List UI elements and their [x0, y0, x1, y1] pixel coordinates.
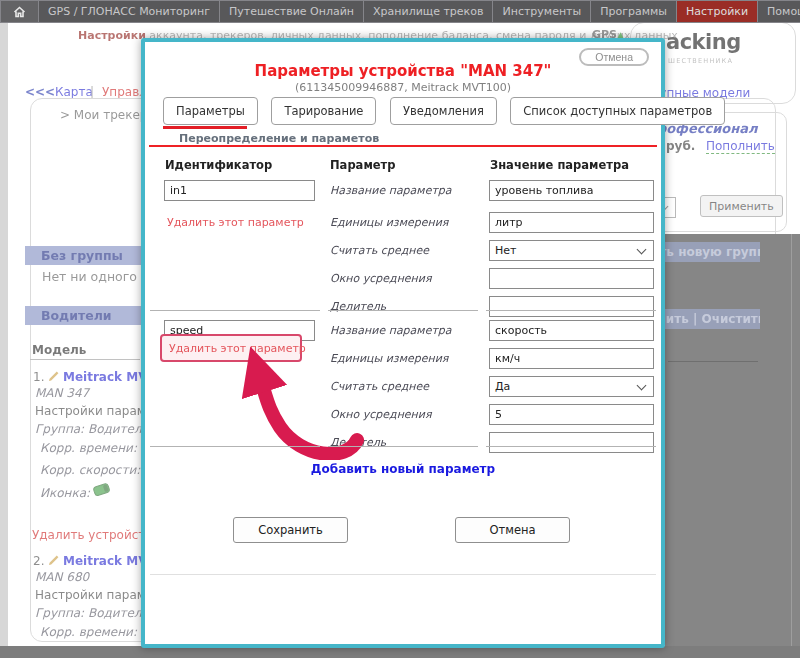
modal-subtitle: (611345009946887, Meitrack MVT100) [145, 81, 661, 94]
param1-window-label: Окно усреднения [330, 272, 432, 285]
device1-group: Группа: Водители [35, 422, 149, 436]
param2-divider-label: Делитель [330, 436, 386, 449]
tab-calibration[interactable]: Тарирование [271, 97, 376, 125]
model-divider [30, 359, 140, 360]
chevron-down-icon [637, 381, 647, 391]
apply-button[interactable]: Применить [700, 195, 783, 217]
param1-name-label: Название параметра [330, 184, 452, 197]
param2-avg-select[interactable]: Да [489, 376, 654, 397]
group-divider [150, 446, 320, 447]
overlay-gray-zone [665, 234, 800, 646]
device2-time-corr: Корр. времени: 3 [40, 625, 148, 639]
nav-item-travel-online[interactable]: Путешествие Онлайн [220, 0, 364, 23]
column-header-value: Значение параметра [490, 158, 629, 172]
param2-avg-label: Считать среднее [330, 380, 429, 393]
device2-group: Группа: Водители [35, 606, 149, 620]
nav-item-settings[interactable]: Настройки [677, 0, 758, 23]
device-params-modal: Отмена Параметры устройства "MAN 347" (6… [141, 38, 665, 648]
tab-notifications[interactable]: Уведомления [390, 97, 497, 125]
tab-parameters[interactable]: Параметры [163, 97, 258, 125]
device1-icon-label: Иконка: [40, 486, 90, 500]
param2-delete-link[interactable]: Удалить этот параметр [169, 342, 306, 355]
subheader-prefix: Настройки [78, 29, 146, 42]
group-divider [150, 310, 320, 311]
zone-divider [668, 361, 758, 362]
param1-units-label: Единицы измерения [330, 216, 449, 229]
modal-tabs: Параметры Тарирование Уведомления Список… [163, 97, 735, 125]
model-column-header: Модель [32, 343, 86, 357]
param1-id-input[interactable] [164, 180, 315, 201]
currency-label: руб. [666, 139, 695, 153]
device1-name: MAN 347 [35, 386, 89, 400]
param2-units-label: Единицы измерения [330, 352, 449, 365]
param1-avg-label: Считать среднее [330, 244, 429, 257]
column-header-param: Параметр [330, 158, 395, 172]
param1-delete-link[interactable]: Удалить этот параметр [167, 216, 304, 229]
section-red-divider [149, 145, 657, 147]
chevron-down-icon [637, 245, 647, 255]
section-title: Переопределение и параметов [179, 132, 379, 145]
breadcrumb-separator: | [90, 85, 94, 99]
map-tab-link[interactable]: Карта [55, 85, 93, 99]
param2-avg-value: Да [495, 380, 510, 393]
group-divider [328, 446, 478, 447]
param1-avg-select[interactable]: Нет [489, 240, 654, 261]
device1-time-corr: Корр. времени: 3 [40, 441, 148, 455]
page-left-edge [0, 23, 8, 646]
home-button[interactable] [0, 0, 39, 23]
group-divider [486, 446, 656, 447]
param2-units-input[interactable] [489, 348, 654, 369]
page-root: GPS / ГЛОНАСС Мониторинг Путешествие Онл… [0, 0, 800, 658]
param2-name-input[interactable] [489, 320, 654, 341]
param1-units-input[interactable] [489, 212, 654, 233]
tab-available-params[interactable]: Список доступных параметров [510, 97, 725, 125]
group-divider [328, 310, 478, 311]
modal-bottom-divider [150, 574, 656, 575]
param1-avg-value: Нет [495, 244, 516, 257]
param2-window-input[interactable] [489, 404, 654, 425]
param2-name-label: Название параметра [330, 324, 452, 337]
param1-name-input[interactable] [489, 180, 654, 201]
device1-number: 1. [33, 370, 44, 384]
nav-item-help[interactable]: Помощь [758, 0, 800, 23]
nav-item-monitoring[interactable]: GPS / ГЛОНАСС Мониторинг [39, 0, 220, 23]
param2-divider-input[interactable] [489, 432, 654, 453]
active-tab-underline [163, 126, 247, 129]
group-divider [486, 310, 656, 311]
collapse-link[interactable]: <<< [25, 85, 55, 99]
device2-name: MAN 680 [35, 570, 89, 584]
home-icon [13, 6, 26, 18]
delete-link-highlight-box: Удалить этот параметр [160, 334, 302, 362]
edit-pencil-icon[interactable] [48, 554, 60, 566]
param1-window-input[interactable] [489, 268, 654, 289]
add-parameter-link[interactable]: Добавить новый параметр [145, 462, 661, 476]
nav-item-tools[interactable]: Инструменты [493, 0, 591, 23]
edit-pencil-icon[interactable] [48, 370, 60, 382]
panel-right-edge [791, 234, 792, 646]
nav-item-programs[interactable]: Программы [591, 0, 677, 23]
nav-item-track-storage[interactable]: Хранилище треков [364, 0, 493, 23]
cancel-button[interactable]: Отмена [455, 517, 570, 543]
param1-divider-label: Делитель [330, 300, 386, 313]
top-nav: GPS / ГЛОНАСС Мониторинг Путешествие Онл… [0, 0, 800, 23]
column-header-id: Идентификатор [165, 158, 272, 172]
modal-title: Параметры устройства "MAN 347" [145, 62, 661, 80]
device1-speed-corr: Корр. скорости: 0 [40, 463, 152, 477]
param1-divider-input[interactable] [489, 296, 654, 317]
device2-number: 2. [33, 554, 44, 568]
save-button[interactable]: Сохранить [233, 517, 348, 543]
topup-link[interactable]: Пополнить [706, 139, 775, 154]
param2-window-label: Окно усреднения [330, 408, 432, 421]
